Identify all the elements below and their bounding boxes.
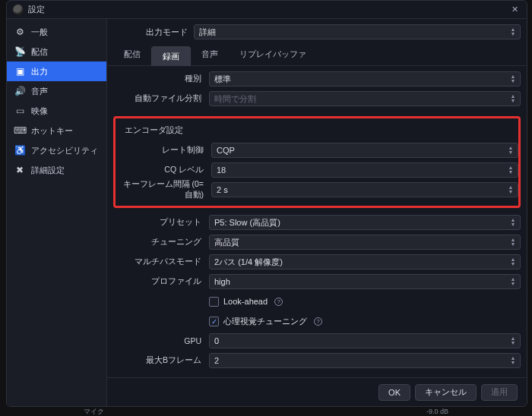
chevron-updown-icon: ▲▼ — [508, 275, 518, 288]
type-label: 種別 — [113, 74, 206, 84]
spinner-arrows-icon[interactable]: ▲▼ — [505, 163, 516, 177]
status-mic-label: マイク — [84, 407, 104, 417]
psycho-checkbox[interactable]: 心理視覚チューニング? — [209, 316, 521, 327]
row-profile: プロファイル high▲▼ — [113, 272, 521, 292]
sidebar-item-label: 詳細設定 — [31, 165, 65, 176]
app-logo-icon — [13, 5, 24, 15]
row-bframes: 最大Bフレーム 2▲▼ — [113, 351, 521, 370]
gpu-input[interactable]: 0▲▼ — [209, 333, 521, 348]
tools-icon: ✖ — [14, 165, 25, 175]
lookahead-label: Look-ahead — [223, 297, 268, 306]
status-db-value: -9.0 dB — [426, 408, 448, 415]
sidebar-item-advanced[interactable]: ✖詳細設定 — [7, 160, 106, 180]
multipass-label: マルチパスモード — [113, 257, 206, 267]
row-autosplit: 自動ファイル分割 時間で分割▲▼ — [113, 89, 521, 109]
psycho-label: 心理視覚チューニング — [223, 316, 307, 327]
spinner-arrows-icon[interactable]: ▲▼ — [508, 334, 518, 348]
output-mode-value: 詳細 — [199, 27, 216, 38]
row-psycho: 心理視覚チューニング? — [113, 311, 521, 331]
sidebar-item-label: 出力 — [31, 66, 48, 77]
content-pane: 出力モード 詳細 ▲▼ 配信 録画 音声 リプレイバッファ 種別 標準▲▼ 自動… — [107, 19, 527, 406]
encoder-settings-group: エンコーダ設定 レート制御 CQP▲▼ CQ レベル 18▲▼ キーフレーム間隔… — [113, 116, 521, 208]
chevron-updown-icon: ▲▼ — [505, 143, 516, 157]
apply-button[interactable]: 適用 — [481, 384, 518, 401]
chevron-updown-icon: ▲▼ — [508, 255, 518, 269]
help-icon[interactable]: ? — [274, 298, 283, 306]
rate-control-label: レート制御 — [116, 145, 208, 156]
sidebar-item-label: 映像 — [31, 106, 48, 117]
tuning-label: チューニング — [113, 237, 206, 247]
row-rate-control: レート制御 CQP▲▼ — [116, 140, 518, 160]
tab-stream[interactable]: 配信 — [113, 45, 151, 65]
sidebar: ⚙一般 📡配信 ▣出力 🔊音声 ▭映像 ⌨ホットキー ♿アクセシビリティ ✖詳細… — [7, 19, 107, 406]
bframes-input[interactable]: 2▲▼ — [209, 353, 521, 368]
autosplit-select[interactable]: 時間で分割▲▼ — [209, 91, 521, 106]
sidebar-item-audio[interactable]: 🔊音声 — [7, 81, 106, 101]
sidebar-item-label: 音声 — [31, 86, 48, 97]
help-icon[interactable]: ? — [314, 317, 322, 326]
sidebar-item-accessibility[interactable]: ♿アクセシビリティ — [7, 140, 106, 160]
tab-audio[interactable]: 音声 — [191, 45, 229, 65]
spinner-arrows-icon[interactable]: ▲▼ — [508, 354, 518, 367]
keyframe-input[interactable]: 2 s▲▼ — [211, 182, 518, 197]
row-keyframe: キーフレーム間隔 (0=自動) 2 s▲▼ — [116, 180, 518, 200]
cq-level-label: CQ レベル — [116, 165, 208, 175]
sidebar-item-hotkeys[interactable]: ⌨ホットキー — [7, 121, 106, 140]
checkbox-box — [209, 297, 219, 307]
gear-icon: ⚙ — [14, 27, 25, 37]
row-tuning: チューニング 高品質▲▼ — [113, 232, 521, 252]
titlebar: 設定 ✕ — [7, 1, 527, 19]
sidebar-item-stream[interactable]: 📡配信 — [7, 42, 106, 61]
chevron-updown-icon: ▲▼ — [508, 92, 518, 106]
output-icon: ▣ — [14, 66, 25, 77]
speaker-icon: 🔊 — [14, 86, 25, 96]
keyboard-icon: ⌨ — [14, 125, 25, 136]
sidebar-item-label: 一般 — [31, 27, 48, 38]
multipass-select[interactable]: 2パス (1/4 解像度)▲▼ — [209, 254, 521, 269]
type-select[interactable]: 標準▲▼ — [209, 71, 521, 87]
rate-control-select[interactable]: CQP▲▼ — [211, 143, 518, 158]
statusbar: マイク -9.0 dB — [0, 407, 532, 416]
bframes-label: 最大Bフレーム — [113, 355, 206, 366]
profile-label: プロファイル — [113, 276, 206, 287]
spinner-arrows-icon[interactable]: ▲▼ — [505, 183, 516, 197]
sidebar-item-label: 配信 — [31, 46, 48, 58]
tuning-select[interactable]: 高品質▲▼ — [209, 235, 521, 250]
autosplit-label: 自動ファイル分割 — [113, 93, 206, 104]
form-area: 種別 標準▲▼ 自動ファイル分割 時間で分割▲▼ エンコーダ設定 レート制御 C… — [107, 66, 527, 377]
row-cq-level: CQ レベル 18▲▼ — [116, 160, 518, 180]
checkbox-box — [209, 317, 219, 326]
tab-replay[interactable]: リプレイバッファ — [229, 45, 317, 65]
sidebar-item-label: ホットキー — [31, 125, 73, 137]
cq-level-input[interactable]: 18▲▼ — [211, 162, 518, 178]
row-lookahead: Look-ahead? — [113, 292, 521, 311]
output-mode-row: 出力モード 詳細 ▲▼ — [107, 19, 527, 42]
chevron-updown-icon: ▲▼ — [508, 25, 518, 39]
accessibility-icon: ♿ — [14, 145, 25, 156]
keyframe-label: キーフレーム間隔 (0=自動) — [116, 179, 208, 200]
chevron-updown-icon: ▲▼ — [508, 216, 518, 229]
ok-button[interactable]: OK — [378, 384, 410, 401]
lookahead-checkbox[interactable]: Look-ahead? — [209, 297, 521, 307]
settings-window: 設定 ✕ ⚙一般 📡配信 ▣出力 🔊音声 ▭映像 ⌨ホットキー ♿アクセシビリテ… — [6, 0, 527, 407]
close-icon[interactable]: ✕ — [508, 4, 521, 16]
row-type: 種別 標準▲▼ — [113, 69, 521, 89]
preset-label: プリセット — [113, 217, 206, 228]
profile-select[interactable]: high▲▼ — [209, 274, 521, 289]
tab-record[interactable]: 録画 — [151, 46, 191, 66]
antenna-icon: 📡 — [14, 46, 25, 57]
chevron-updown-icon: ▲▼ — [508, 72, 518, 86]
row-preset: プリセット P5: Slow (高品質)▲▼ — [113, 213, 521, 232]
sidebar-item-video[interactable]: ▭映像 — [7, 101, 106, 121]
gpu-label: GPU — [113, 336, 206, 345]
sidebar-item-output[interactable]: ▣出力 — [7, 61, 106, 81]
chevron-updown-icon: ▲▼ — [508, 235, 518, 249]
output-mode-select[interactable]: 詳細 ▲▼ — [194, 24, 521, 39]
window-body: ⚙一般 📡配信 ▣出力 🔊音声 ▭映像 ⌨ホットキー ♿アクセシビリティ ✖詳細… — [7, 19, 527, 406]
encoder-group-title: エンコーダ設定 — [116, 124, 518, 140]
sidebar-item-general[interactable]: ⚙一般 — [7, 22, 106, 42]
row-gpu: GPU 0▲▼ — [113, 331, 521, 351]
cancel-button[interactable]: キャンセル — [415, 384, 477, 401]
preset-select[interactable]: P5: Slow (高品質)▲▼ — [209, 215, 521, 230]
sidebar-item-label: アクセシビリティ — [31, 145, 98, 156]
